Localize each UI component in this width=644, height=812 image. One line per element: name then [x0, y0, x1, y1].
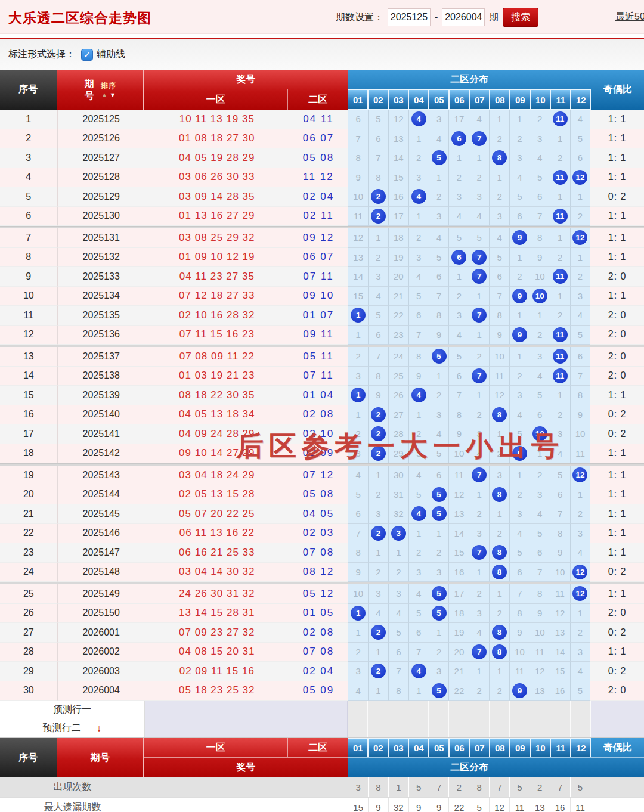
search-button[interactable]: 搜索: [503, 8, 538, 27]
prediction-cell: [388, 701, 408, 718]
dist-cell-07: 7: [469, 367, 490, 386]
sort-control[interactable]: 排序 ▲▼: [101, 81, 116, 98]
dist-cell-06: 19: [449, 623, 469, 643]
dist-cell-12: 6: [571, 347, 591, 367]
aux-line-checkbox[interactable]: ✓: [81, 49, 93, 61]
prediction-cell: [368, 718, 388, 737]
issue-cell: 2025127: [58, 148, 145, 168]
zone2-numbers: 09 11: [289, 326, 349, 345]
recent-periods-link[interactable]: 最近50: [615, 11, 644, 23]
stats-value-08: 7: [490, 777, 510, 797]
dist-cell-01: 1: [348, 405, 369, 425]
footer-ratio-band: [591, 758, 644, 777]
stats-value-12: 5: [571, 777, 591, 797]
odd-even-ratio: 1: 1: [590, 643, 644, 662]
dist-cell-08: 6: [490, 267, 510, 287]
dist-cell-01: 9: [348, 168, 369, 188]
sort-asc-icon[interactable]: ▲: [101, 92, 108, 98]
odd-even-ratio: 0: 2: [590, 405, 644, 425]
dist-cell-05: 5: [429, 504, 450, 524]
issue-cell: 2026002: [58, 643, 145, 662]
dist-cell-07: 7: [469, 129, 490, 149]
ball: 8: [492, 407, 507, 422]
col-header-issue: 期号 排序 ▲▼: [57, 70, 144, 110]
dist-cell-02: 3: [369, 584, 389, 604]
prediction-cell: [469, 718, 490, 737]
dist-cell-04: 1: [409, 681, 429, 701]
stats-value-12: 11: [571, 798, 591, 812]
dist-col-header-01: 01: [348, 738, 368, 757]
dist-cell-10: 5: [530, 168, 550, 188]
dist-cell-10: 3: [530, 129, 550, 149]
dist-cell-08: 7: [490, 287, 510, 306]
dist-col-header-09: 09: [510, 89, 530, 110]
odd-even-ratio: 2: 0: [590, 367, 644, 386]
dist-col-header-07: 07: [469, 89, 490, 110]
stats-value-05: 7: [429, 777, 450, 797]
table-row: 12202513607 11 15 16 2309 11162379419921…: [0, 326, 644, 345]
dist-cell-09: 1: [510, 248, 530, 268]
dist-cell-03: 17: [389, 207, 409, 227]
dist-cell-08: 11: [490, 367, 510, 386]
zone1-numbers: 03 04 18 24 29: [145, 466, 289, 485]
stats-zone2-empty: [289, 777, 349, 797]
dist-cell-05: 4: [429, 129, 450, 149]
table-row: 27202600107 09 23 27 3202 08125611948910…: [0, 623, 644, 643]
dist-cell-09: 6: [510, 563, 530, 582]
table-row: 22202514606 11 13 16 2202 03723111432458…: [0, 524, 644, 544]
issue-cell: 2025144: [58, 485, 145, 505]
sort-desc-icon[interactable]: ▼: [109, 92, 116, 98]
seq-cell: 22: [0, 524, 58, 544]
dist-cell-01: 1: [348, 326, 369, 345]
prediction-cell: [348, 701, 368, 718]
prediction-row-1: 预测行一: [0, 701, 644, 718]
stats-value-04: 5: [409, 777, 429, 797]
dist-cell-10: 3: [530, 485, 550, 505]
dist-cell-05: 3: [429, 110, 450, 129]
odd-even-ratio: 1: 1: [590, 248, 644, 268]
prediction-cell: [449, 701, 469, 718]
dist-cell-06: 17: [449, 110, 469, 129]
dist-cell-01: 12: [348, 228, 369, 248]
dist-cell-01: 14: [348, 267, 369, 287]
dist-cell-08: 1: [490, 504, 510, 524]
zone1-numbers: 01 13 16 27 29: [145, 207, 289, 227]
ball: 12: [572, 467, 587, 482]
col-header-prize: 奖号 一区 二区: [144, 70, 348, 110]
dist-col-header-08: 08: [490, 738, 510, 757]
dist-cell-01: 10: [348, 584, 369, 604]
zone2-numbers: 07 08: [289, 543, 349, 563]
odd-even-ratio: 1: 1: [590, 444, 644, 464]
dist-cell-06: 4: [449, 207, 469, 227]
dist-col-header-04: 04: [408, 738, 429, 757]
zone1-numbers: 03 04 14 30 32: [145, 563, 289, 582]
dist-cell-06: 11: [449, 466, 469, 485]
seq-cell: 28: [0, 643, 58, 662]
dist-cell-10: 9: [530, 604, 550, 624]
dist-cell-10: 6: [530, 405, 550, 425]
dist-cell-05: 1: [429, 623, 450, 643]
ball: 7: [472, 308, 487, 323]
dist-col-header-08: 08: [490, 89, 510, 110]
dist-cell-04: 6: [409, 306, 429, 326]
period-from-input[interactable]: [388, 8, 431, 26]
dist-cell-03: 20: [389, 267, 409, 287]
issue-cell: 2025132: [58, 248, 145, 268]
dist-col-header-07: 07: [469, 738, 490, 757]
ball: 8: [492, 644, 507, 659]
dist-cell-08: 5: [490, 248, 510, 268]
dist-cell-05: 2: [429, 643, 450, 662]
ball: 6: [451, 250, 466, 265]
dist-cell-06: 15: [449, 543, 469, 563]
zone2-numbers: 09 10: [289, 287, 349, 306]
dist-cell-03: 30: [389, 466, 409, 485]
odd-even-ratio: 2: 0: [590, 326, 644, 345]
col-header-zone1: 一区: [144, 89, 288, 110]
dist-cell-09: 9: [510, 326, 530, 345]
dist-cell-10: 4: [530, 148, 550, 168]
period-to-input[interactable]: [442, 8, 485, 26]
arrow-down-icon[interactable]: ↓: [97, 723, 102, 733]
table-row: 20202514402 05 13 15 2805 08523155121823…: [0, 485, 644, 505]
zone1-numbers: 02 09 11 15 16: [145, 662, 289, 681]
dist-cell-10: 12: [530, 662, 550, 681]
